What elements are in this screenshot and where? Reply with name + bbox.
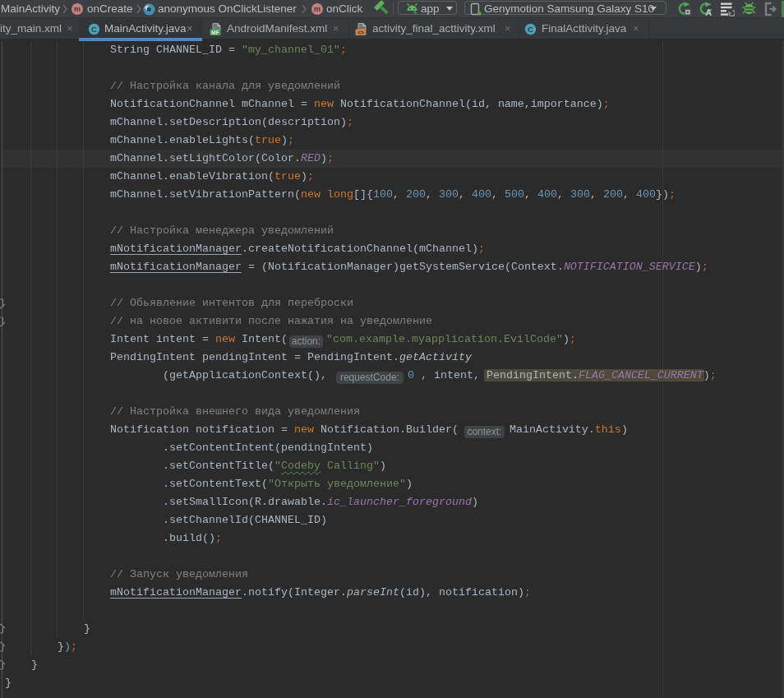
svg-text:C: C	[91, 25, 97, 34]
svg-text:C: C	[528, 25, 533, 34]
svg-text:A: A	[705, 7, 712, 16]
svg-text:<>: <>	[357, 30, 364, 35]
svg-text:MF: MF	[211, 30, 219, 35]
